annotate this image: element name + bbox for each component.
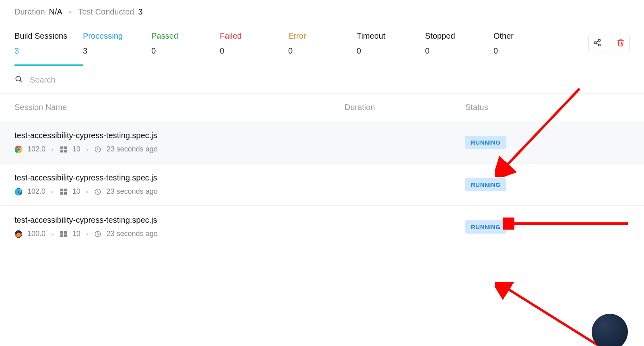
svg-rect-13	[64, 149, 67, 152]
tab-label: Other	[493, 31, 562, 41]
session-info: test-accessibility-cypress-testing.spec.…	[14, 173, 345, 196]
tab-count: 0	[288, 46, 357, 56]
svg-rect-25	[64, 234, 67, 237]
session-name: test-accessibility-cypress-testing.spec.…	[14, 173, 345, 182]
session-info: test-accessibility-cypress-testing.spec.…	[14, 131, 345, 153]
svg-rect-17	[64, 189, 67, 191]
svg-point-5	[16, 76, 21, 81]
session-status-cell: RUNNING	[465, 178, 546, 191]
status-tabs: Build Sessions 3 Processing 3 Passed 0 F…	[0, 24, 644, 66]
tests-conducted-value: 3	[138, 7, 142, 17]
session-row[interactable]: test-accessibility-cypress-testing.spec.…	[0, 121, 644, 163]
search-bar	[0, 66, 644, 94]
tab-label: Error	[288, 31, 357, 41]
svg-line-32	[503, 286, 600, 346]
session-meta: 102.0 ● 10 ● 23 seconds ago	[14, 145, 345, 153]
sessions-list: test-accessibility-cypress-testing.spec.…	[0, 121, 644, 248]
session-time: 23 seconds ago	[106, 230, 157, 238]
os-version: 10	[72, 230, 80, 238]
edge-icon	[14, 188, 23, 196]
svg-rect-23	[64, 231, 67, 234]
os-version: 10	[72, 187, 80, 196]
action-buttons	[588, 35, 630, 52]
tab-label: Timeout	[357, 31, 425, 41]
svg-rect-22	[60, 231, 63, 234]
tab-label: Processing	[83, 31, 151, 41]
browser-version: 100.0	[27, 230, 45, 238]
tab-stopped[interactable]: Stopped 0	[425, 31, 493, 64]
tab-count: 0	[493, 46, 562, 56]
tab-passed[interactable]: Passed 0	[151, 31, 220, 64]
delete-button[interactable]	[612, 35, 630, 52]
col-header-status: Status	[465, 103, 546, 112]
tab-build-sessions[interactable]: Build Sessions 3	[14, 31, 83, 66]
svg-line-3	[596, 43, 599, 44]
share-icon	[593, 39, 601, 48]
separator-dot: ●	[51, 147, 54, 152]
tab-other[interactable]: Other 0	[493, 31, 562, 64]
duration-label: Duration	[14, 7, 45, 17]
session-status-cell: RUNNING	[465, 136, 546, 149]
separator-dot: ●	[86, 189, 89, 194]
session-row[interactable]: test-accessibility-cypress-testing.spec.…	[0, 163, 644, 205]
svg-rect-24	[60, 234, 63, 237]
tab-error[interactable]: Error 0	[288, 31, 357, 64]
session-meta: 100.0 ● 10 ● 23 seconds ago	[14, 230, 345, 238]
clock-icon	[94, 230, 101, 238]
tab-count: 0	[220, 46, 288, 56]
separator-dot: ●	[86, 147, 89, 152]
svg-rect-18	[60, 192, 63, 195]
chat-widget[interactable]	[592, 314, 628, 346]
tab-count: 3	[14, 46, 83, 56]
tab-count: 0	[151, 46, 220, 56]
session-name: test-accessibility-cypress-testing.spec.…	[14, 215, 345, 225]
session-time: 23 seconds ago	[106, 145, 157, 153]
tab-failed[interactable]: Failed 0	[220, 31, 288, 64]
session-time: 23 seconds ago	[106, 187, 157, 196]
tab-timeout[interactable]: Timeout 0	[357, 31, 425, 64]
duration-value: N/A	[49, 7, 62, 17]
search-icon	[14, 75, 23, 85]
separator-dot: ●	[51, 189, 54, 194]
tab-label: Failed	[220, 31, 288, 41]
tab-count: 0	[425, 46, 493, 56]
trash-icon	[617, 39, 625, 48]
separator-dot: ●	[69, 9, 72, 15]
tab-count: 3	[83, 46, 151, 56]
chrome-icon	[14, 145, 23, 153]
windows-icon	[60, 188, 68, 196]
session-meta: 102.0 ● 10 ● 23 seconds ago	[14, 187, 345, 196]
svg-rect-19	[64, 192, 67, 195]
status-badge: RUNNING	[465, 178, 506, 191]
clock-icon	[94, 188, 101, 195]
windows-icon	[60, 145, 68, 153]
col-header-session: Session Name	[14, 103, 345, 112]
tab-processing[interactable]: Processing 3	[83, 31, 151, 64]
col-header-duration: Duration	[345, 103, 465, 112]
windows-icon	[60, 230, 68, 238]
status-badge: RUNNING	[465, 136, 506, 149]
svg-rect-11	[64, 146, 67, 149]
tab-count: 0	[357, 46, 425, 56]
session-row[interactable]: test-accessibility-cypress-testing.spec.…	[0, 205, 644, 248]
browser-version: 102.0	[27, 145, 45, 153]
tab-label: Stopped	[425, 31, 493, 41]
browser-version: 102.0	[27, 187, 45, 196]
columns-header: Session Name Duration Status	[0, 94, 644, 121]
session-status-cell: RUNNING	[465, 220, 546, 234]
svg-rect-16	[60, 189, 63, 191]
separator-dot: ●	[86, 232, 89, 236]
tab-label: Build Sessions	[14, 31, 83, 41]
svg-line-6	[20, 81, 22, 82]
tests-conducted-label: Test Conducted	[78, 7, 134, 17]
svg-point-9	[17, 148, 19, 150]
svg-rect-10	[60, 146, 63, 149]
session-info: test-accessibility-cypress-testing.spec.…	[14, 215, 345, 238]
session-name: test-accessibility-cypress-testing.spec.…	[14, 131, 345, 140]
tab-label: Passed	[151, 31, 220, 41]
clock-icon	[94, 146, 101, 153]
build-meta-bar: Duration N/A ● Test Conducted 3	[0, 0, 644, 24]
search-input[interactable]	[30, 75, 630, 85]
svg-rect-12	[60, 149, 63, 152]
share-button[interactable]	[588, 35, 606, 52]
